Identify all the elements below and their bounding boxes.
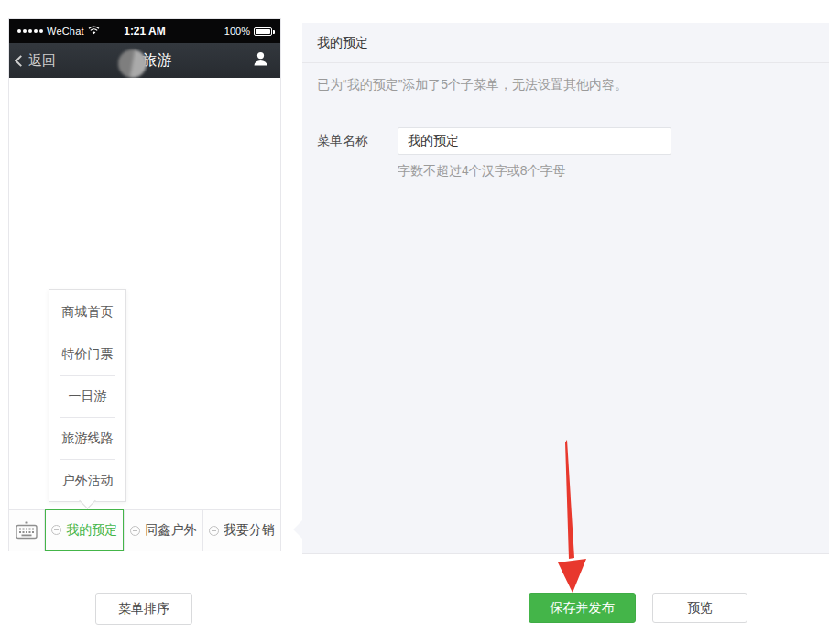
- menu-tab-tongxin-outdoor[interactable]: 同鑫户外: [124, 510, 202, 551]
- account-title: 旅游: [9, 47, 280, 75]
- user-icon[interactable]: [252, 50, 269, 71]
- menu-name-input[interactable]: [398, 127, 671, 155]
- blurred-avatar: [118, 49, 147, 78]
- submenu-item[interactable]: 商城首页: [49, 290, 125, 333]
- menu-name-hint: 字数不超过4个汉字或8个字母: [398, 163, 829, 180]
- menu-name-row: 菜单名称: [317, 127, 814, 155]
- submenu-popup: 商城首页 特价门票 一日游 旅游线路 户外活动: [49, 289, 126, 502]
- menu-tab-label: 我的预定: [66, 522, 117, 539]
- keyboard-toggle-button[interactable]: [9, 510, 45, 551]
- submenu-item[interactable]: 特价门票: [49, 333, 125, 375]
- phone-preview: WeChat 1:21 AM 100% 返回 旅游: [8, 18, 281, 551]
- menu-tab-distribution[interactable]: 我要分销: [202, 510, 280, 551]
- submenu-item[interactable]: 一日游: [49, 375, 125, 417]
- phone-screen: 商城首页 特价门票 一日游 旅游线路 户外活动: [9, 78, 280, 509]
- battery-percent-label: 100%: [224, 26, 250, 37]
- phone-nav-bar: 返回 旅游: [9, 43, 280, 78]
- phone-menu-bar: 我的预定 同鑫户外 我要分销: [9, 509, 280, 551]
- phone-status-bar: WeChat 1:21 AM 100%: [9, 19, 280, 43]
- keyboard-icon: [16, 521, 38, 540]
- account-title-label: 旅游: [143, 51, 172, 71]
- preview-button[interactable]: 预览: [652, 593, 747, 623]
- battery-icon: [254, 27, 272, 36]
- menu-tab-my-booking[interactable]: 我的预定: [45, 509, 124, 551]
- menu-settings-panel: 我的预定 已为“我的预定”添加了5个子菜单，无法设置其他内容。 菜单名称 字数不…: [302, 23, 829, 554]
- save-and-publish-button[interactable]: 保存并发布: [529, 593, 636, 623]
- submenu-limit-notice: 已为“我的预定”添加了5个子菜单，无法设置其他内容。: [317, 77, 814, 93]
- menu-tab-label: 同鑫户外: [145, 522, 196, 539]
- submenu-item[interactable]: 旅游线路: [49, 417, 125, 459]
- circle-minus-icon: [51, 525, 61, 535]
- circle-minus-icon: [130, 526, 140, 536]
- circle-minus-icon: [209, 526, 219, 536]
- menu-sort-button[interactable]: 菜单排序: [95, 593, 192, 625]
- panel-left-caret: [293, 520, 311, 539]
- panel-title: 我的预定: [302, 23, 829, 63]
- menu-name-label: 菜单名称: [317, 133, 398, 149]
- menu-tab-label: 我要分销: [224, 522, 275, 539]
- menu-editor-page: WeChat 1:21 AM 100% 返回 旅游: [0, 0, 829, 644]
